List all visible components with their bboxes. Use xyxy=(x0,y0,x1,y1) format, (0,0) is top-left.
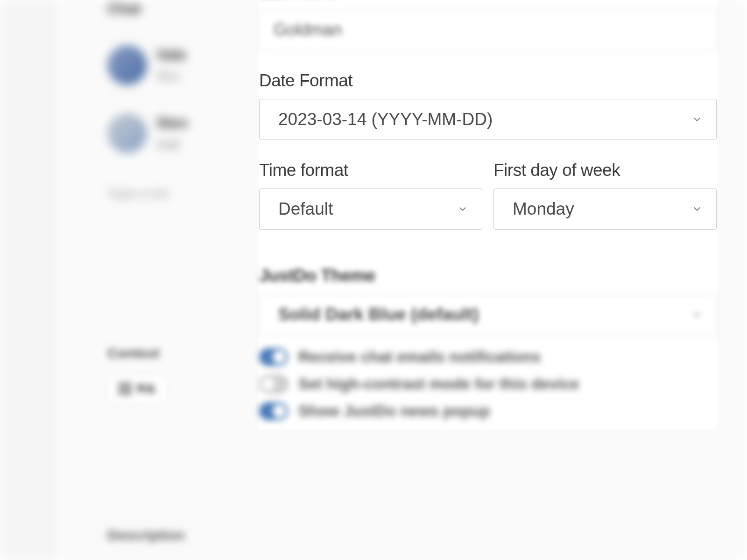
date-format-select[interactable]: 2023-03-14 (YYYY-MM-DD) xyxy=(259,99,717,140)
toggle-section: Receive chat emails notifications Set hi… xyxy=(259,348,717,420)
left-rail xyxy=(0,0,56,560)
time-day-row: Time format Default First day of week Mo… xyxy=(259,161,717,243)
toggle-row-email: Receive chat emails notifications xyxy=(259,348,717,366)
settings-panel: Last name Date Format 2023-03-14 (YYYY-M… xyxy=(259,0,717,429)
toggle-label: Receive chat emails notifications xyxy=(298,348,541,366)
date-format-value: 2023-03-14 (YYYY-MM-DD) xyxy=(278,110,493,129)
context-badge: R& xyxy=(107,375,166,402)
avatar xyxy=(107,113,147,153)
toggle-high-contrast[interactable] xyxy=(259,375,288,393)
toggle-label: Show JustDo news popup xyxy=(298,402,490,420)
contact-subtitle: Sho xyxy=(156,69,186,84)
toggle-row-contrast: Set high-contrast mode for this device xyxy=(259,375,717,393)
contact-name: Vale xyxy=(156,46,186,63)
message-input-placeholder: Type a me xyxy=(107,186,224,201)
first-day-field-group: First day of week Monday xyxy=(493,161,717,230)
theme-value: Solid Dark Blue (default) xyxy=(278,305,479,324)
last-name-input[interactable] xyxy=(259,9,717,50)
time-format-value: Default xyxy=(278,199,333,219)
chevron-down-icon xyxy=(692,204,702,214)
context-section: Context R& xyxy=(107,345,166,402)
badge-icon xyxy=(118,382,132,396)
toggle-row-news: Show JustDo news popup xyxy=(259,402,717,420)
last-name-label: Last name xyxy=(259,0,717,1)
contact-item: Vale Sho xyxy=(107,45,224,85)
chevron-down-icon xyxy=(692,114,702,125)
date-format-field-group: Date Format 2023-03-14 (YYYY-MM-DD) xyxy=(259,71,717,140)
time-format-label: Time format xyxy=(259,161,482,180)
theme-select[interactable]: Solid Dark Blue (default) xyxy=(259,294,717,335)
description-label: Description xyxy=(107,527,184,543)
first-day-select[interactable]: Monday xyxy=(493,189,717,230)
description-section: Description xyxy=(107,527,184,543)
contact-item: Stev Add xyxy=(107,113,224,153)
sidebar-title: Chat xyxy=(107,0,224,17)
theme-label: JustDo Theme xyxy=(259,266,717,286)
theme-field-group: JustDo Theme Solid Dark Blue (default) xyxy=(259,266,717,335)
chevron-down-icon xyxy=(692,309,702,320)
time-format-field-group: Time format Default xyxy=(259,161,482,230)
date-format-label: Date Format xyxy=(259,71,717,91)
toggle-news-popup[interactable] xyxy=(259,402,288,420)
chat-sidebar: Chat Vale Sho Stev Add Type a me xyxy=(107,0,224,560)
badge-text: R& xyxy=(137,381,155,396)
first-day-label: First day of week xyxy=(493,161,717,180)
toggle-email-notifications[interactable] xyxy=(259,348,288,366)
avatar xyxy=(107,45,147,85)
contact-name: Stev xyxy=(156,114,188,132)
chevron-down-icon xyxy=(458,204,468,214)
contact-subtitle: Add xyxy=(156,137,188,152)
time-format-select[interactable]: Default xyxy=(259,189,482,230)
first-day-value: Monday xyxy=(513,199,574,219)
toggle-label: Set high-contrast mode for this device xyxy=(298,375,579,393)
context-label: Context xyxy=(107,345,166,361)
last-name-field-group: Last name xyxy=(259,0,717,50)
